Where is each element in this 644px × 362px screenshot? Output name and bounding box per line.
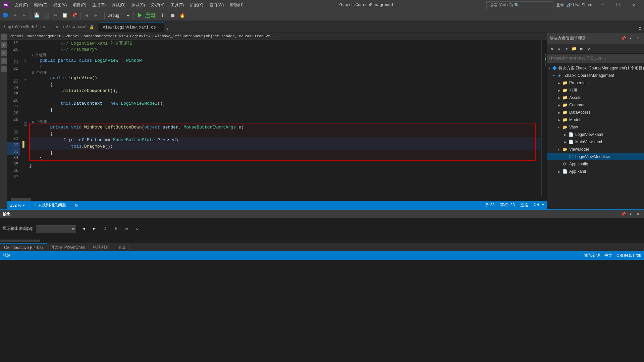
output-title[interactable]: 输出 [3, 211, 11, 217]
se-toolbar-btn4[interactable]: 📁 [571, 46, 577, 52]
hot-reload-btn[interactable]: 🔥 [178, 11, 186, 19]
sidebar-icon-5[interactable]: ◻ [1, 66, 7, 72]
pause-btn[interactable]: ⏸ [159, 11, 167, 19]
menu-window[interactable]: 窗口(W) [207, 1, 226, 9]
tree-item-loginviewmodel[interactable]: C# LoginViewModel.cs [547, 153, 644, 160]
menu-file[interactable]: 文件(F) [12, 1, 31, 9]
breadcrumb-namespace[interactable]: Zhaoxi.CourseManagement.View.LoginView [66, 34, 150, 38]
menu-test[interactable]: 测试(S) [129, 1, 148, 9]
tree-item-assets[interactable]: ▶ 📁 Assets [547, 94, 644, 101]
output-btn5[interactable]: ⇄ [123, 225, 130, 232]
se-search-input[interactable] [549, 56, 642, 61]
add-tab-btn[interactable]: ▾ [164, 25, 171, 32]
paste-btn[interactable]: 📌 [70, 11, 78, 19]
se-toolbar-btn1[interactable]: ↻ [548, 46, 555, 52]
menu-edit[interactable]: 编辑(E) [31, 1, 50, 9]
se-search-bar [547, 54, 644, 63]
vscroll[interactable] [541, 40, 547, 197]
start-debug-button[interactable]: ▶ 启动 [136, 11, 158, 19]
tab-loginview-cs[interactable]: View\LoginView.xaml.cs ✕ [99, 22, 164, 32]
tree-item-project[interactable]: ▾ ◈ Zhaoxi.CourseManagement [547, 72, 644, 79]
output-hscroll[interactable] [0, 239, 644, 243]
menu-view[interactable]: 视图(V) [51, 1, 69, 9]
tree-item-appxaml[interactable]: ▶ 📄 App.xaml [547, 168, 644, 175]
output-source-select[interactable] [36, 225, 76, 232]
se-toolbar-btn2[interactable]: ⊕ [556, 46, 562, 52]
tree-item-model[interactable]: ▶ 📁 Model [547, 116, 644, 123]
menu-build[interactable]: 生成(B) [90, 1, 108, 9]
menu-project[interactable]: 项目(P) [70, 1, 89, 9]
menu-tools[interactable]: 工具(T) [168, 1, 186, 9]
sidebar-icon-2[interactable]: ◈ [1, 42, 7, 48]
zoom-value[interactable]: 132 % [10, 203, 21, 208]
save-btn[interactable]: 💾 [33, 11, 41, 19]
output-close-btn[interactable]: ✕ [635, 211, 641, 217]
se-close-btn[interactable]: ✕ [635, 35, 641, 42]
code-lines-area[interactable]: /// LoginView.xaml 的交互逻辑 /// </summary> … [29, 40, 541, 197]
tree-item-viewmodel[interactable]: ▾ 📂 ViewModel [547, 146, 644, 153]
tab-close-button[interactable]: ✕ [158, 25, 160, 30]
forward-btn[interactable]: ▶ [92, 11, 100, 19]
problem-indicator[interactable]: ✓ 未找到相关问题 [33, 202, 66, 208]
tree-item-references[interactable]: ▶ 📁 引用 [547, 87, 644, 94]
close-button[interactable]: ✕ [626, 0, 641, 10]
user-login[interactable]: 登录 [556, 2, 564, 8]
bottom-tab-csharp[interactable]: C# Interactive (64-bit) [0, 243, 47, 252]
output-btn3[interactable]: ⊘ [102, 225, 108, 232]
menu-analyze[interactable]: 分析(N) [148, 1, 167, 9]
se-menu-btn[interactable]: ▾ [627, 35, 634, 42]
add-to-source[interactable]: 添加到源 [584, 253, 600, 258]
new-project-btn[interactable]: 🔵 [1, 11, 9, 19]
sidebar-icon-4[interactable]: ⊘ [1, 58, 7, 64]
tree-item-appconfig[interactable]: ⚙ App.config [547, 160, 644, 168]
output-btn6[interactable]: ↻ [134, 225, 141, 232]
bottom-tab-powershell[interactable]: 开发者 PowerShell [47, 243, 89, 252]
se-pin-btn[interactable]: 📌 [620, 35, 627, 42]
settings-icon[interactable]: ⚙ [74, 203, 78, 208]
tree-item-common[interactable]: ▶ 📁 Common [547, 101, 644, 109]
menu-help[interactable]: 帮助(H) [227, 1, 246, 9]
breadcrumb-project[interactable]: Zhaoxi.CourseManagement [10, 34, 61, 38]
back-btn[interactable]: ◀ [83, 11, 91, 19]
collapse-btn-30[interactable]: − [24, 122, 27, 126]
copy-btn[interactable]: 📋 [61, 11, 69, 19]
se-toolbar-btn5[interactable]: ⇄ [578, 46, 585, 52]
sidebar-icon-3[interactable]: ⊕ [1, 50, 7, 56]
settings-btn[interactable]: ⚙ [636, 24, 644, 32]
se-toolbar-btn6[interactable]: ⊘ [585, 46, 592, 52]
output-btn2[interactable]: ▶ [91, 225, 98, 232]
search-box[interactable]: 搜索 (Ctrl+Q) 🔍 [486, 1, 553, 9]
menu-debug[interactable]: 调试(D) [109, 1, 128, 9]
redo-btn[interactable]: ↪ [20, 11, 28, 19]
collapse-btn-23[interactable]: − [24, 78, 27, 81]
minimize-button[interactable]: ─ [595, 0, 610, 10]
tree-item-solution[interactable]: ▾ 🔷 解决方案'Zhaoxi.CourseManagement'(1 个项目) [547, 64, 644, 72]
save-all-btn[interactable]: ⬛ [42, 11, 50, 19]
bottom-tab-errors[interactable]: 错误列表 [89, 243, 113, 252]
bottom-tab-output[interactable]: 输出 [113, 243, 130, 252]
stop-btn[interactable]: ⏹ [169, 11, 177, 19]
output-btn1[interactable]: ◀ [80, 225, 87, 232]
maximize-button[interactable]: □ [610, 0, 626, 10]
tree-item-view[interactable]: ▾ 📂 View [547, 123, 644, 131]
output-menu-btn[interactable]: ▾ [627, 211, 634, 217]
menu-extensions[interactable]: 扩展(X) [187, 1, 206, 9]
cut-btn[interactable]: ✂ [51, 11, 59, 19]
se-toolbar-btn3[interactable]: ◈ [563, 46, 570, 52]
collapse-btn-21[interactable]: − [24, 59, 27, 62]
tab-loginview-xaml[interactable]: LoginView.xaml 🔒 [49, 22, 99, 32]
hscrollbar[interactable] [7, 197, 547, 201]
zoom-dropdown-arrow[interactable]: ▾ [23, 203, 25, 208]
tree-item-mainview-xaml[interactable]: ▶ 📄 MainView.xaml [547, 138, 644, 146]
tab-loginviewmodel[interactable]: LoginViewModel.cs [0, 22, 49, 32]
undo-btn[interactable]: ↩ [11, 11, 19, 19]
breadcrumb-method[interactable]: WinMove_LeftButtonDown(object sender, Mo… [155, 34, 277, 38]
output-pin-btn[interactable]: 📌 [620, 211, 627, 217]
tree-item-loginview-xaml[interactable]: ▶ 📄 LoginView.xaml [547, 131, 644, 138]
output-btn4[interactable]: ⊕ [112, 225, 119, 232]
sidebar-icon-1[interactable]: ≡ [1, 34, 7, 40]
live-share[interactable]: 🔗 Live Share [567, 3, 592, 7]
tree-item-properties[interactable]: ▶ 📁 Properties [547, 79, 644, 87]
tree-item-dataaccess[interactable]: ▶ 📁 DataAccess [547, 109, 644, 116]
debug-config-dropdown[interactable]: Debug [104, 12, 131, 19]
